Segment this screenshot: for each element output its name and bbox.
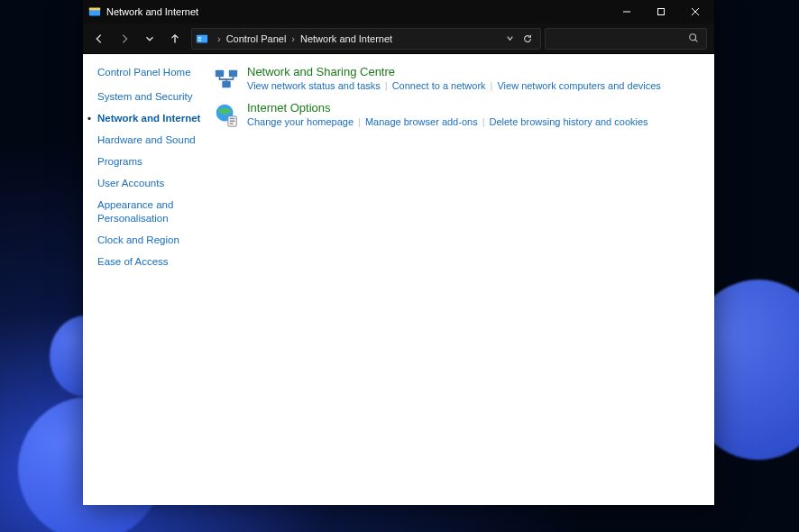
task-link[interactable]: Delete browsing history and cookies <box>490 116 648 127</box>
chevron-right-icon: › <box>217 33 221 44</box>
task-link[interactable]: Change your homepage <box>247 116 354 127</box>
chevron-right-icon: › <box>291 33 295 44</box>
svg-rect-1 <box>89 8 100 11</box>
search-icon <box>688 31 699 47</box>
sidebar-item[interactable]: Clock and Region <box>97 234 202 247</box>
svg-rect-18 <box>230 123 234 124</box>
breadcrumb-current[interactable]: Network and Internet <box>300 33 392 44</box>
title-bar: Network and Internet <box>83 0 714 23</box>
svg-rect-11 <box>216 70 224 78</box>
svg-rect-3 <box>658 9 665 15</box>
breadcrumb-root[interactable]: Control Panel <box>226 33 287 44</box>
sidebar-item[interactable]: Programs <box>97 155 202 169</box>
sidebar-item[interactable]: Network and Internet <box>97 112 202 125</box>
sidebar-item[interactable]: System and Security <box>97 90 202 104</box>
svg-rect-8 <box>198 39 202 40</box>
category-title[interactable]: Internet Options <box>247 101 703 115</box>
svg-rect-7 <box>198 37 202 38</box>
sidebar-item[interactable]: User Accounts <box>97 177 202 190</box>
recent-dropdown[interactable] <box>137 26 162 51</box>
svg-line-10 <box>695 39 698 41</box>
sidebar-item[interactable]: Appearance and Personalisation <box>97 198 202 225</box>
control-panel-home-link[interactable]: Control Panel Home <box>97 67 202 78</box>
up-button[interactable] <box>162 26 188 51</box>
category-links: Change your homepage|Manage browser add-… <box>247 116 703 127</box>
control-panel-window: Network and Internet › Control Panel › N… <box>83 0 714 505</box>
svg-rect-13 <box>222 81 230 88</box>
address-bar[interactable]: › Control Panel › Network and Internet <box>191 28 541 50</box>
close-button[interactable] <box>678 0 712 23</box>
maximize-button[interactable] <box>644 0 678 23</box>
minimize-button[interactable] <box>610 0 644 23</box>
sidebar-item[interactable]: Hardware and Sound <box>97 133 202 147</box>
sidebar-item[interactable]: Ease of Access <box>97 255 202 269</box>
control-panel-icon <box>88 5 101 18</box>
category-title[interactable]: Network and Sharing Centre <box>247 65 703 78</box>
link-divider: | <box>358 116 361 127</box>
search-box[interactable] <box>545 28 707 50</box>
svg-rect-16 <box>230 118 235 119</box>
window-title: Network and Internet <box>106 6 198 17</box>
link-divider: | <box>482 116 485 127</box>
sidebar: Control Panel Home System and SecurityNe… <box>83 54 209 505</box>
address-dropdown[interactable] <box>501 33 519 43</box>
link-divider: | <box>385 80 388 91</box>
svg-rect-6 <box>197 34 207 42</box>
category-links: View network status and tasks|Connect to… <box>247 80 703 91</box>
nav-toolbar: › Control Panel › Network and Internet <box>83 23 714 54</box>
forward-button[interactable] <box>112 26 137 51</box>
category-group: Internet OptionsChange your homepage|Man… <box>213 101 703 128</box>
main-panel: Network and Sharing CentreView network s… <box>209 54 714 505</box>
svg-rect-17 <box>230 121 235 122</box>
svg-point-9 <box>690 33 696 40</box>
content-area: Control Panel Home System and SecurityNe… <box>83 54 714 505</box>
task-link[interactable]: View network status and tasks <box>247 80 381 91</box>
task-link[interactable]: View network computers and devices <box>497 80 660 91</box>
network-sharing-icon <box>213 65 240 92</box>
task-link[interactable]: Manage browser add-ons <box>365 116 478 127</box>
control-panel-icon <box>196 32 208 45</box>
refresh-button[interactable] <box>519 33 537 44</box>
back-button[interactable] <box>87 26 112 51</box>
task-link[interactable]: Connect to a network <box>392 80 486 91</box>
svg-rect-12 <box>229 70 237 78</box>
link-divider: | <box>491 80 493 91</box>
internet-options-icon <box>213 101 240 128</box>
category-group: Network and Sharing CentreView network s… <box>213 65 703 92</box>
